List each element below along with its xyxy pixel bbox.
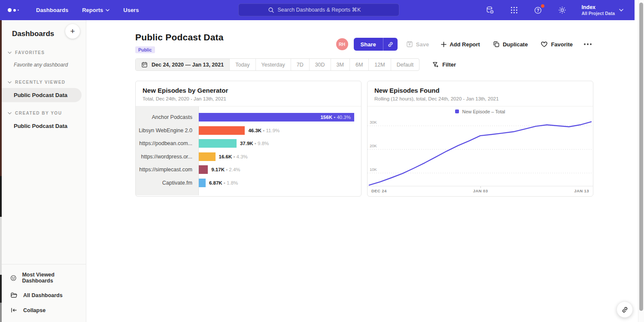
link-icon	[621, 306, 629, 313]
duplicate-button[interactable]: Duplicate	[493, 41, 528, 48]
bar-row[interactable]: 6.87K • 1.8%	[199, 176, 354, 190]
section-label: FAVORITES	[15, 50, 45, 55]
bar-value-label: 9.17K • 2.4%	[211, 167, 240, 172]
project-selector[interactable]: Index All Project Data	[581, 4, 623, 16]
footer-item-label: Most Viewed Dashboards	[22, 272, 77, 284]
bar[interactable]	[199, 152, 216, 161]
date-preset-today[interactable]: Today	[229, 59, 255, 70]
public-badge: Public	[135, 46, 155, 53]
share-link-button[interactable]	[383, 38, 398, 51]
global-search[interactable]	[238, 3, 399, 16]
date-range-picker[interactable]: Dec 24, 2020 — Jan 13, 2021	[136, 59, 229, 70]
collapse-sidebar-item[interactable]: Collapse	[2, 303, 86, 318]
nav-dashboards[interactable]: Dashboards	[36, 7, 68, 13]
sidebar-item-public-podcast-data[interactable]: Public Podcast Data	[2, 88, 82, 102]
chevron-down-icon	[106, 9, 109, 12]
sidebar-section-created-by-you[interactable]: CREATED BY YOU	[2, 105, 86, 119]
sidebar-section-recently-viewed[interactable]: RECENTLY VIEWED	[2, 74, 86, 88]
scrollbar-thumb[interactable]	[639, 3, 643, 311]
most-viewed-dashboards-item[interactable]: Most Viewed Dashboards	[2, 268, 86, 288]
date-preset-7d[interactable]: 7D	[291, 59, 309, 70]
add-report-button[interactable]: Add Report	[441, 41, 480, 48]
page-scrollbar	[638, 0, 644, 322]
nav-users[interactable]: Users	[123, 7, 139, 13]
section-label: CREATED BY YOU	[15, 111, 62, 115]
search-input[interactable]	[278, 7, 370, 13]
filter-button[interactable]: Filter	[432, 61, 456, 68]
share-split-button[interactable]: Share	[354, 38, 398, 51]
heart-icon	[541, 41, 548, 48]
favorites-empty-hint: Favorite any dashboard	[2, 58, 86, 71]
get-link-floating-button[interactable]	[617, 301, 633, 318]
bar-row[interactable]: 16.6K • 4.3%	[199, 150, 354, 164]
sidebar-item-public-podcast-data-created[interactable]: Public Podcast Data	[2, 119, 86, 133]
plus-icon	[441, 42, 447, 47]
more-options-button[interactable]	[584, 43, 592, 45]
all-dashboards-item[interactable]: All Dashboards	[2, 288, 86, 303]
main-content: Public Podcast Data Public RH Share Save…	[87, 20, 635, 322]
nav-reports-label: Reports	[82, 7, 103, 13]
legend-swatch	[455, 109, 459, 113]
date-preset-30d[interactable]: 30D	[309, 59, 331, 70]
x-axis-tick-label: JAN 03	[473, 188, 488, 193]
svg-text:10K: 10K	[370, 167, 377, 172]
share-button[interactable]: Share	[354, 38, 383, 51]
add-report-label: Add Report	[450, 41, 480, 48]
card-title: New Episodes by Generator	[143, 87, 354, 94]
favorite-button[interactable]: Favorite	[541, 41, 573, 48]
duplicate-icon	[493, 41, 500, 48]
bar-chart-labels: Anchor PodcastsLibsyn WebEngine 2.0https…	[136, 106, 199, 195]
date-preset-3m[interactable]: 3M	[331, 59, 349, 70]
bar-category-label: https://wordpress.or...	[136, 150, 198, 164]
data-sources-icon[interactable]	[485, 6, 495, 15]
bar-row[interactable]: 9.17K • 2.4%	[199, 163, 354, 176]
apps-grid-icon[interactable]	[509, 6, 519, 15]
bar-value-label: 156K • 40.3%	[320, 115, 351, 120]
x-axis: DEC 24 JAN 03 JAN 13	[368, 186, 593, 195]
avatar[interactable]: RH	[336, 38, 348, 50]
svg-text:30K: 30K	[370, 120, 377, 125]
line-chart[interactable]: 10K20K30K	[368, 116, 593, 186]
sidebar-footer: Most Viewed Dashboards All Dashboards Co…	[2, 264, 86, 322]
footer-item-label: Collapse	[23, 307, 46, 313]
date-preset-default[interactable]: Default	[391, 59, 419, 70]
top-navbar: Dashboards Reports Users ? Index All Pro…	[0, 0, 635, 20]
filter-icon	[432, 61, 439, 68]
nav-reports[interactable]: Reports	[82, 7, 109, 13]
date-preset-6m[interactable]: 6M	[349, 59, 368, 70]
collapse-icon	[10, 307, 18, 314]
settings-gear-icon[interactable]	[557, 6, 567, 15]
bar[interactable]	[199, 165, 208, 174]
help-icon[interactable]: ?	[533, 6, 543, 15]
bar-category-label: Libsyn WebEngine 2.0	[136, 124, 198, 137]
background-window-edge	[0, 20, 2, 322]
date-preset-yesterday[interactable]: Yesterday	[255, 59, 291, 70]
bar-chart[interactable]: Anchor PodcastsLibsyn WebEngine 2.0https…	[136, 106, 361, 195]
card-subtitle: Rolling (12 hours), total, Dec 24th, 202…	[374, 96, 586, 101]
bar-category-label: https://podbean.com...	[136, 137, 198, 150]
date-presets: TodayYesterday7D30D3M6M12MDefault	[229, 59, 419, 70]
x-axis-tick-label: DEC 24	[371, 188, 387, 193]
bar-value-label: 46.3K • 11.9%	[248, 128, 279, 133]
bar[interactable]	[199, 126, 245, 135]
card-new-episodes-by-generator: New Episodes by Generator Total, Dec 24t…	[135, 81, 361, 197]
save-button[interactable]: Save	[406, 41, 429, 48]
bar-row[interactable]: 37.9K • 9.8%	[199, 137, 354, 150]
card-new-episodes-found: New Episodes Found Rolling (12 hours), t…	[367, 81, 593, 197]
bar[interactable]	[199, 179, 206, 187]
filter-label: Filter	[442, 61, 456, 68]
dashboard-actions: RH Share Save Add Report Duplicate Favor…	[336, 38, 592, 51]
chevron-down-icon	[8, 81, 12, 84]
bar-row[interactable]: 46.3K • 11.9%	[199, 124, 354, 137]
date-preset-12m[interactable]: 12M	[368, 59, 390, 70]
search-icon	[268, 7, 274, 13]
sidebar-section-favorites[interactable]: FAVORITES	[2, 44, 86, 58]
bar-value-label: 6.87K • 1.8%	[209, 180, 238, 185]
amplitude-logo-icon[interactable]	[8, 8, 25, 12]
bar-row[interactable]: 156K • 40.3%	[199, 111, 354, 124]
bar[interactable]	[199, 139, 237, 148]
chevron-down-icon	[8, 112, 12, 115]
nav-users-label: Users	[123, 7, 139, 13]
bar[interactable]: 156K • 40.3%	[199, 113, 354, 122]
create-dashboard-button[interactable]: +	[65, 24, 80, 39]
